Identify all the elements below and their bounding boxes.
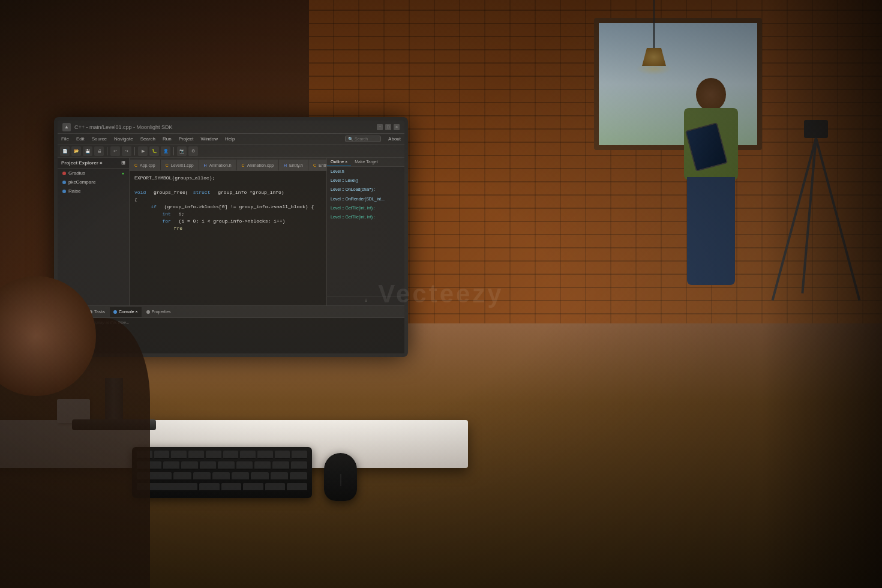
kw-for: for (162, 218, 170, 225)
kw-if: if (151, 203, 157, 211)
outline-item-onload[interactable]: Level :: OnLoad(char*) : (327, 185, 404, 194)
explorer-header: Project Explorer × ⊞ (58, 158, 129, 169)
code-line-2: void groups_free( struct group_info *gro… (134, 189, 322, 196)
tab-entity-h[interactable]: H Entity.h (279, 160, 308, 170)
key-d (212, 472, 230, 481)
code-editor[interactable]: EXPORT_SYMBOL(groups_alloc); void groups… (130, 171, 326, 305)
menu-edit[interactable]: Edit (76, 136, 85, 142)
key-q (163, 461, 179, 470)
key-j (290, 472, 307, 481)
toolbar-person[interactable]: 👤 (161, 146, 170, 156)
key-7 (240, 451, 256, 459)
lamp-wire (653, 0, 655, 48)
lamp-shade (642, 48, 666, 66)
code-text-3: group_info *group_info) (215, 189, 284, 196)
search-bar (345, 136, 381, 142)
minimize-button[interactable]: − (377, 124, 383, 130)
panel-tabs: Errors Tasks Console × Properties (58, 306, 404, 318)
code-line-blank (134, 182, 322, 189)
title-text: C++ - main/Level01.cpp - Moonlight SDK (74, 124, 173, 130)
panel-tab-properties[interactable]: Properties (143, 307, 175, 317)
tab-animation-cpp-label: Animation.cpp (247, 163, 274, 167)
key-t (236, 461, 253, 470)
panel-tab-console[interactable]: Console × (110, 307, 142, 317)
close-button[interactable]: × (394, 124, 400, 130)
gradius-status: ● (122, 171, 124, 175)
menu-source[interactable]: Source (92, 136, 107, 142)
code-indent-3 (134, 218, 157, 225)
right-blur-overlay (762, 0, 882, 588)
key-i (291, 461, 307, 470)
tab-app-cpp[interactable]: C App.cpp (130, 160, 161, 170)
outline-panel: Outline × Make Target Level.h Level :: L… (326, 158, 404, 305)
outline-item-level-ctor[interactable]: Level :: Level() (327, 176, 404, 185)
menu-window[interactable]: Window (201, 136, 218, 142)
menu-file[interactable]: File (61, 136, 69, 142)
tab-animation-cpp[interactable]: C Animation.cpp (237, 160, 279, 170)
code-text-1: EXPORT_SYMBOL(groups_alloc); (134, 175, 215, 182)
toolbar-settings[interactable]: ⚙ (188, 146, 198, 156)
tab-outline[interactable]: Outline × (327, 158, 351, 166)
toolbar-new[interactable]: 📄 (60, 146, 70, 156)
toolbar-run[interactable]: ▶ (138, 146, 148, 156)
tab-entity-h-label: Entity.h (289, 163, 303, 167)
maximize-button[interactable]: □ (385, 124, 391, 130)
key-3 (171, 451, 187, 459)
key-8 (257, 451, 273, 459)
outline-item-onrender[interactable]: Level :: OnRender(SDL_int... (327, 194, 404, 203)
tab-entity-cpp-label: Entity.cpp (319, 163, 326, 167)
code-line-6: for (i = 0; i < group_info->nblocks; i++… (134, 218, 322, 225)
menu-about[interactable]: About (388, 136, 401, 142)
editor-area: C App.cpp C Level01.cpp H Animation.h C … (130, 158, 326, 305)
search-input[interactable] (345, 136, 381, 142)
code-text-2: groups_free( (151, 189, 188, 196)
menu-navigate[interactable]: Navigate (114, 136, 133, 142)
outline-item-level-h[interactable]: Level.h (327, 167, 404, 176)
toolbar-separator-1 (107, 147, 107, 155)
code-text-6: (i = 0; i < group_info->nblocks; i++) (176, 218, 285, 225)
menu-run[interactable]: Run (163, 136, 172, 142)
tab-level-icon: C (166, 163, 169, 167)
console-label: Console × (119, 310, 138, 314)
key-g (251, 472, 268, 481)
tab-level01[interactable]: C Level01.cpp (161, 160, 199, 170)
tab-entity-h-icon: H (284, 163, 287, 167)
menu-project[interactable]: Project (179, 136, 194, 142)
key-10 (292, 451, 307, 459)
toolbar-open[interactable]: 📂 (71, 146, 81, 156)
menu-help[interactable]: Help (225, 136, 235, 142)
code-indent-2 (134, 211, 157, 218)
tab-anim-cpp-icon: C (242, 163, 245, 167)
menu-search[interactable]: Search (140, 136, 155, 142)
tasks-label: Tasks (94, 310, 105, 314)
toolbar-camera[interactable]: 📷 (177, 146, 187, 156)
tab-animation-h[interactable]: H Animation.h (199, 160, 237, 170)
key-5 (206, 451, 221, 459)
code-line-5: int i; (134, 211, 322, 218)
key-b5 (287, 483, 307, 491)
outline-item-gettile1[interactable]: Level :: GetTile(int, int) : (327, 203, 404, 212)
explorer-item-pkccompare[interactable]: pkcCompare (58, 178, 129, 187)
tab-entity-cpp-icon: C (313, 163, 316, 167)
toolbar-save[interactable]: 💾 (83, 146, 92, 156)
code-line-3: { (134, 196, 322, 203)
key-w (181, 461, 197, 470)
toolbar-undo[interactable]: ↩ (110, 146, 120, 156)
person-legs (687, 177, 735, 285)
tab-entity-cpp[interactable]: C Entity.cpp (308, 160, 326, 170)
keyboard-row-2 (137, 461, 307, 470)
code-indent-1 (134, 203, 146, 211)
explorer-item-gradius[interactable]: Gradius ● (58, 169, 129, 178)
person-head (696, 78, 726, 111)
tab-make-target[interactable]: Make Target (351, 158, 381, 166)
explorer-item-raise[interactable]: Raise (58, 187, 129, 196)
hanging-lamp (636, 0, 672, 75)
toolbar-debug[interactable]: 🐛 (149, 146, 159, 156)
file-tabs: C App.cpp C Level01.cpp H Animation.h C … (130, 158, 326, 171)
key-9 (275, 451, 290, 459)
toolbar-print[interactable]: 🖨 (94, 146, 104, 156)
project-explorer: Project Explorer × ⊞ Gradius ● pkcCompar… (58, 158, 130, 305)
key-4 (188, 451, 204, 459)
outline-item-gettile2[interactable]: Level :: GetTile(int, int) : (327, 212, 404, 221)
toolbar-redo[interactable]: ↪ (122, 146, 131, 156)
